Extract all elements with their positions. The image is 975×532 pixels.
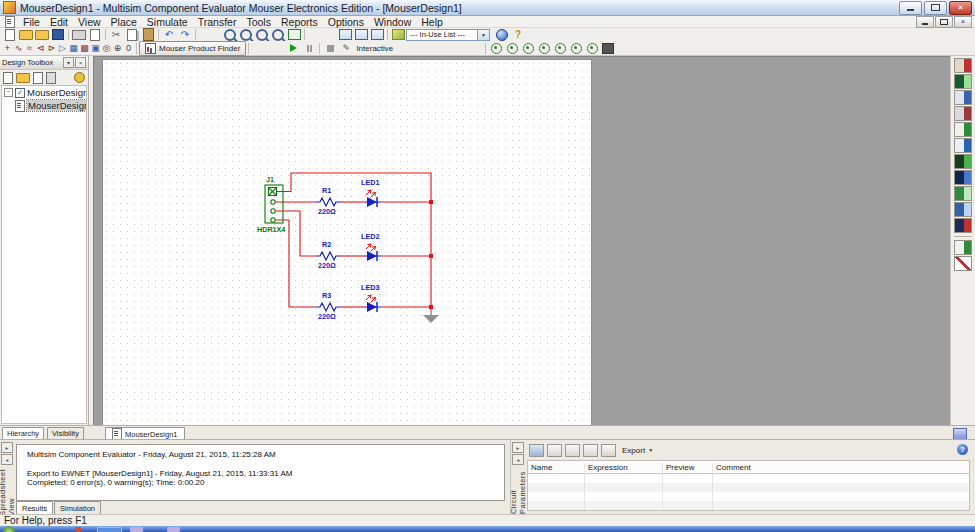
place-connector-icon[interactable] [123,42,134,55]
voltage-current-probe-icon[interactable] [552,42,568,54]
menu-tools[interactable]: Tools [241,16,276,27]
dropdown-arrow-icon[interactable]: ▼ [477,30,489,40]
move-down-icon[interactable] [583,444,598,457]
led3[interactable]: LED3 [361,283,381,312]
cut-icon[interactable]: ✂ [108,29,124,41]
new-file-icon[interactable] [2,29,18,41]
taskbar-icon[interactable] [75,527,81,532]
menu-reports[interactable]: Reports [276,16,323,27]
zoom-area-icon[interactable] [254,29,270,41]
print-preview-icon[interactable] [87,29,103,41]
run-simulation-button[interactable] [285,42,301,54]
restore-button[interactable] [924,1,947,15]
help-icon[interactable]: ? [510,29,526,41]
add-parameter-icon[interactable] [529,444,544,457]
menu-file[interactable]: File [18,16,45,27]
place-mixed-icon[interactable] [90,42,101,55]
taskbar-button-active[interactable] [97,527,122,532]
voltage-probe-icon[interactable] [488,42,504,54]
transfer-icon[interactable] [390,29,406,41]
open-sample-icon[interactable] [34,29,50,41]
probe-settings-icon[interactable] [600,42,616,54]
menu-place[interactable]: Place [106,16,142,27]
interactive-icon[interactable]: ✎ [338,42,354,54]
place-indicator-icon[interactable] [101,42,112,55]
resistor-r2[interactable]: R2 220Ω [316,240,340,270]
palette-indicator-icon[interactable] [954,202,972,217]
export-button[interactable]: Export ▼ [619,444,656,457]
new-design-icon[interactable] [3,72,13,84]
palette-cmos-icon[interactable] [954,154,972,169]
paste-icon[interactable] [140,29,156,41]
tab-simulation[interactable]: Simulation [54,501,101,515]
undo-icon[interactable]: ↶ [161,29,177,41]
palette-transistor-icon[interactable] [954,106,972,121]
start-orb-icon[interactable] [3,526,15,532]
save-design-icon[interactable] [33,72,43,84]
resistor-r3[interactable]: R3 220Ω [316,291,340,321]
circuit-parameters-expand-icon[interactable]: ▸ [512,442,524,453]
redo-icon[interactable]: ↷ [177,29,193,41]
place-transistor-icon[interactable] [35,42,46,55]
column-name[interactable]: Name [528,463,585,472]
close-design-icon[interactable] [46,72,56,84]
connector-j1[interactable]: J1 HDR1X4 [257,175,285,234]
about-icon[interactable] [494,29,510,41]
design-toolbox-toggle-icon[interactable] [337,29,353,41]
place-diode-icon[interactable] [24,42,35,55]
windows-taskbar[interactable] [0,526,975,532]
menu-window[interactable]: Window [369,16,416,27]
tree-child-row[interactable]: MouserDesign1 [2,99,86,112]
circuit-parameters-collapse-icon[interactable]: ◂ [512,454,524,465]
close-button[interactable]: × [949,1,972,15]
panel-close-icon[interactable]: × [75,57,86,68]
open-file-icon[interactable] [18,29,34,41]
palette-electromechanical-icon[interactable] [954,240,972,255]
palette-basic-icon[interactable] [954,74,972,89]
ground-symbol[interactable] [423,311,439,323]
place-cmos-icon[interactable] [68,42,79,55]
design-check-icon[interactable]: ✓ [15,88,25,98]
delete-parameter-icon[interactable] [547,444,562,457]
led2[interactable]: LED2 [361,232,381,261]
palette-source-icon[interactable] [954,58,972,73]
mdi-restore-button[interactable] [935,16,953,28]
column-comment[interactable]: Comment [713,463,969,472]
menu-help[interactable]: Help [416,16,448,27]
fullscreen-icon[interactable] [286,29,302,41]
zoom-fit-icon[interactable] [270,29,286,41]
tree-root-label[interactable]: MouserDesign1 [27,87,87,98]
power-probe-icon[interactable] [520,42,536,54]
tree-root-row[interactable]: − ✓ MouserDesign1 [2,86,86,99]
schematic-workspace[interactable]: J1 HDR1X4 R1 220Ω R2 220Ω R3 220Ω [93,56,950,425]
circuit-parameters-help-icon[interactable]: ? [957,444,968,455]
place-analog-icon[interactable] [46,42,57,55]
palette-misc-icon[interactable] [954,218,972,233]
palette-misc-digital-icon[interactable] [954,170,972,185]
stop-simulation-button[interactable] [322,42,338,54]
circuit-parameters-tab[interactable]: Circuit Parameters [509,469,527,514]
menu-transfer[interactable]: Transfer [193,16,242,27]
save-icon[interactable] [50,29,66,41]
mdi-document-icon[interactable] [2,16,18,28]
column-preview[interactable]: Preview [663,463,713,472]
spreadsheet-view-tab[interactable]: Spreadsheet View [0,469,16,516]
tree-child-label[interactable]: MouserDesign1 [27,100,87,111]
panel-pin-icon[interactable]: ▾ [63,57,74,68]
place-ttl-icon[interactable] [57,42,68,55]
differential-probe-icon[interactable] [536,42,552,54]
place-power-icon[interactable] [112,42,123,55]
palette-analog-icon[interactable] [954,122,972,137]
print-icon[interactable] [71,29,87,41]
move-up-icon[interactable] [565,444,580,457]
taskbar-button[interactable] [130,527,143,532]
mdi-close-button[interactable]: × [954,16,972,28]
in-use-list-dropdown[interactable]: --- In-Use List --- ▼ [406,29,490,41]
zoom-out-icon[interactable] [238,29,254,41]
place-source-icon[interactable] [2,42,13,55]
menu-simulate[interactable]: Simulate [142,16,193,27]
digital-probe-icon[interactable] [584,42,600,54]
taskbar-button[interactable] [167,527,180,532]
palette-ttl-icon[interactable] [954,138,972,153]
interactive-label[interactable]: Interactive [356,44,393,53]
